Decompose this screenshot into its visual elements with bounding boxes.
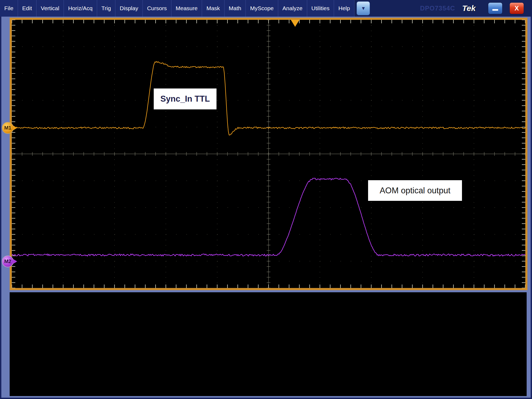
m1-arrow-icon	[13, 125, 17, 130]
menu-measure[interactable]: Measure	[171, 0, 202, 17]
trigger-position-marker[interactable]	[291, 20, 299, 27]
tek-logo: Tek	[462, 4, 476, 13]
readout-region: M1 1.5V 20.0ns M2 25.0mV 20.0ns A' C2 46…	[10, 292, 527, 396]
minimize-icon	[492, 9, 498, 11]
menu-help[interactable]: Help	[334, 0, 354, 17]
ch2-annotation-label: AOM optical output	[368, 180, 462, 201]
menu-analyze[interactable]: Analyze	[278, 0, 307, 17]
minimize-button[interactable]	[488, 2, 502, 14]
title-bar-spacer	[370, 0, 420, 17]
waveform-display: Sync_In TTL AOM optical output	[10, 18, 527, 290]
menu-myscope[interactable]: MyScope	[246, 0, 278, 17]
menu-math[interactable]: Math	[225, 0, 246, 17]
menu-overflow-button[interactable]: ▼	[357, 1, 370, 15]
menu-vertical[interactable]: Vertical	[36, 0, 64, 17]
ch1-annotation-label: Sync_In TTL	[154, 88, 217, 109]
m1-reference-marker[interactable]: M1	[2, 122, 14, 134]
close-button[interactable]: X	[509, 2, 524, 14]
model-number-watermark: DPO7354C	[420, 5, 455, 12]
ch1-trace	[12, 61, 525, 135]
m2-arrow-icon	[13, 259, 17, 264]
menu-file[interactable]: File	[0, 0, 18, 17]
close-icon: X	[515, 5, 519, 12]
menu-horiz-acq[interactable]: Horiz/Acq	[64, 0, 97, 17]
title-bar: File Edit Vertical Horiz/Acq Trig Displa…	[0, 0, 532, 17]
waveform-traces	[12, 20, 525, 288]
menu-bar: File Edit Vertical Horiz/Acq Trig Displa…	[0, 0, 354, 17]
oscilloscope-application: File Edit Vertical Horiz/Acq Trig Displa…	[0, 0, 532, 399]
menu-display[interactable]: Display	[115, 0, 143, 17]
chevron-down-icon: ▼	[361, 6, 366, 11]
m2-reference-marker[interactable]: M2	[2, 256, 14, 267]
menu-utilities[interactable]: Utilities	[307, 0, 334, 17]
menu-trig[interactable]: Trig	[97, 0, 115, 17]
menu-edit[interactable]: Edit	[18, 0, 36, 17]
menu-cursors[interactable]: Cursors	[143, 0, 171, 17]
menu-mask[interactable]: Mask	[202, 0, 224, 17]
